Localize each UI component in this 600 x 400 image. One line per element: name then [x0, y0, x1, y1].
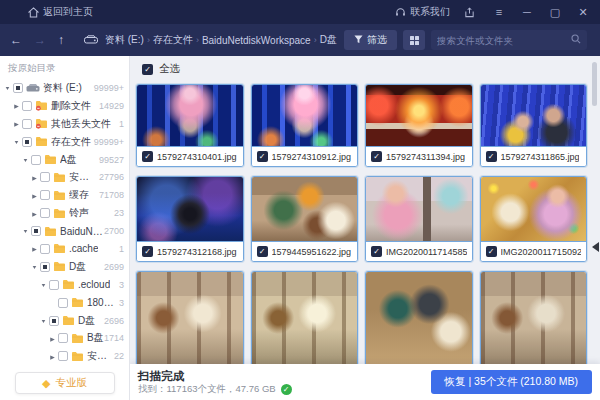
- expand-arrow-icon[interactable]: ▼: [39, 282, 48, 287]
- photo-thumbnail[interactable]: [252, 85, 358, 146]
- tree-item[interactable]: ▼D盘2699: [0, 258, 129, 276]
- tree-checkbox[interactable]: [40, 262, 50, 272]
- recover-button[interactable]: 恢复 | 35个文件 (210.80 MB): [431, 370, 592, 394]
- pro-version-button[interactable]: ◆ 专业版: [15, 372, 115, 394]
- tree-checkbox[interactable]: [22, 137, 32, 147]
- tree-checkbox[interactable]: [40, 190, 50, 200]
- tree-checkbox[interactable]: [40, 208, 50, 218]
- tree-item[interactable]: ▼存在文件99999+: [0, 133, 129, 151]
- expand-arrow-icon[interactable]: ▶: [48, 335, 57, 341]
- scrollbar-thumb[interactable]: [592, 62, 597, 106]
- tree-checkbox[interactable]: [22, 119, 32, 129]
- file-card[interactable]: ✓IMG20200117145852.jpg: [365, 176, 473, 262]
- back-to-home-button[interactable]: 返回到主页: [0, 5, 93, 19]
- tree-checkbox[interactable]: [31, 226, 41, 236]
- file-card[interactable]: ✓1579274312168.jpg: [136, 176, 244, 262]
- file-checkbox[interactable]: ✓: [371, 246, 382, 257]
- photo-thumbnail[interactable]: [137, 272, 243, 364]
- tree-item[interactable]: ▶B盘1714: [0, 329, 129, 347]
- tree-checkbox[interactable]: [13, 83, 23, 93]
- expand-arrow-icon[interactable]: ▼: [30, 264, 39, 269]
- tree-item[interactable]: ▶安装的软件27796: [0, 168, 129, 186]
- tree-checkbox[interactable]: [58, 351, 68, 361]
- photo-thumbnail[interactable]: [366, 177, 472, 241]
- expand-arrow-icon[interactable]: ▶: [30, 174, 39, 180]
- file-checkbox[interactable]: ✓: [371, 151, 382, 162]
- tree-item[interactable]: ▼资料 (E:)99999+: [0, 79, 129, 97]
- expand-arrow-icon[interactable]: ▶: [12, 121, 21, 127]
- breadcrumb-item[interactable]: BaiduNetdiskWorkspace: [202, 35, 311, 46]
- tree-item[interactable]: 180718017083: [0, 294, 129, 312]
- tree-item[interactable]: ▶铃声23: [0, 204, 129, 222]
- contact-us-button[interactable]: 联系我们: [395, 5, 450, 19]
- breadcrumb-item[interactable]: 资料 (E:): [105, 33, 144, 47]
- tree-checkbox[interactable]: [49, 280, 59, 290]
- photo-thumbnail[interactable]: [481, 272, 587, 364]
- file-card[interactable]: ✓1579274311865.jpg: [480, 84, 588, 167]
- file-checkbox[interactable]: ✓: [142, 151, 153, 162]
- minimize-button[interactable]: ─: [520, 6, 534, 18]
- tree-item[interactable]: ▶删除文件14929: [0, 97, 129, 115]
- expand-arrow-icon[interactable]: ▼: [12, 139, 21, 144]
- search-input[interactable]: [437, 35, 571, 46]
- tree-checkbox[interactable]: [58, 333, 68, 343]
- expand-arrow-icon[interactable]: ▶: [12, 103, 21, 109]
- photo-thumbnail[interactable]: [252, 272, 358, 364]
- close-button[interactable]: ✕: [576, 6, 590, 19]
- nav-up-icon[interactable]: ↑: [58, 33, 64, 47]
- file-card[interactable]: ✓IMG20200117150920.jpg: [480, 176, 588, 262]
- tree-item[interactable]: ▶安装包22: [0, 347, 129, 365]
- share-icon[interactable]: [464, 7, 478, 18]
- expand-arrow-icon[interactable]: ▼: [21, 157, 30, 162]
- file-card[interactable]: ✓1579274310912.jpg: [251, 84, 359, 167]
- expand-arrow-icon[interactable]: ▶: [48, 353, 57, 359]
- expand-arrow-icon[interactable]: ▼: [21, 228, 30, 233]
- photo-thumbnail[interactable]: [137, 177, 243, 241]
- select-all-checkbox[interactable]: ✓: [142, 64, 153, 75]
- menu-icon[interactable]: ≡: [492, 6, 506, 18]
- tree-item[interactable]: ▶.cache1: [0, 240, 129, 258]
- maximize-button[interactable]: ▢: [548, 6, 562, 19]
- select-all[interactable]: ✓ 全选: [142, 62, 180, 76]
- file-checkbox[interactable]: ✓: [257, 151, 268, 162]
- tree-item[interactable]: ▼D盘2696: [0, 312, 129, 330]
- breadcrumb-item[interactable]: D盘: [320, 33, 337, 47]
- tree-checkbox[interactable]: [22, 101, 32, 111]
- photo-thumbnail[interactable]: [481, 85, 587, 146]
- tree-count: 1: [119, 244, 129, 254]
- grid-view-button[interactable]: [403, 30, 425, 50]
- file-card[interactable]: ✓1579445951622.jpg: [251, 176, 359, 262]
- file-checkbox[interactable]: ✓: [257, 246, 268, 257]
- nav-forward-icon[interactable]: →: [34, 33, 46, 47]
- tree-checkbox[interactable]: [58, 298, 68, 308]
- filter-button[interactable]: 筛选: [344, 30, 397, 50]
- tree-checkbox[interactable]: [40, 172, 50, 182]
- file-checkbox[interactable]: ✓: [142, 246, 153, 257]
- photo-thumbnail[interactable]: [137, 85, 243, 146]
- expand-arrow-icon[interactable]: ▶: [30, 246, 39, 252]
- expand-arrow-icon[interactable]: ▶: [30, 210, 39, 216]
- photo-thumbnail[interactable]: [366, 272, 472, 364]
- breadcrumb-item[interactable]: 存在文件: [153, 33, 193, 47]
- tree-item[interactable]: ▶缓存71708: [0, 186, 129, 204]
- photo-thumbnail[interactable]: [252, 177, 358, 241]
- photo-thumbnail[interactable]: [366, 85, 472, 146]
- file-checkbox[interactable]: ✓: [486, 246, 497, 257]
- file-card[interactable]: ✓1579274311394.jpg: [365, 84, 473, 167]
- tree-checkbox[interactable]: [40, 244, 50, 254]
- expand-arrow-icon[interactable]: ▼: [39, 318, 48, 323]
- expand-arrow-icon[interactable]: ▼: [3, 85, 12, 90]
- tree-item[interactable]: ▶其他丢失文件1: [0, 115, 129, 133]
- search-icon[interactable]: [571, 34, 581, 46]
- expand-arrow-icon[interactable]: ▶: [30, 192, 39, 198]
- collapse-panel-icon[interactable]: [592, 242, 599, 252]
- tree-item[interactable]: ▼A盘99527: [0, 151, 129, 169]
- tree-checkbox[interactable]: [31, 155, 41, 165]
- tree-item[interactable]: ▼BaiduNetdiskWo...2700: [0, 222, 129, 240]
- nav-back-icon[interactable]: ←: [10, 33, 22, 47]
- photo-thumbnail[interactable]: [481, 177, 587, 241]
- tree-checkbox[interactable]: [49, 316, 59, 326]
- file-card[interactable]: ✓1579274310401.jpg: [136, 84, 244, 167]
- file-checkbox[interactable]: ✓: [486, 151, 497, 162]
- tree-item[interactable]: ▼.ecloud3: [0, 276, 129, 294]
